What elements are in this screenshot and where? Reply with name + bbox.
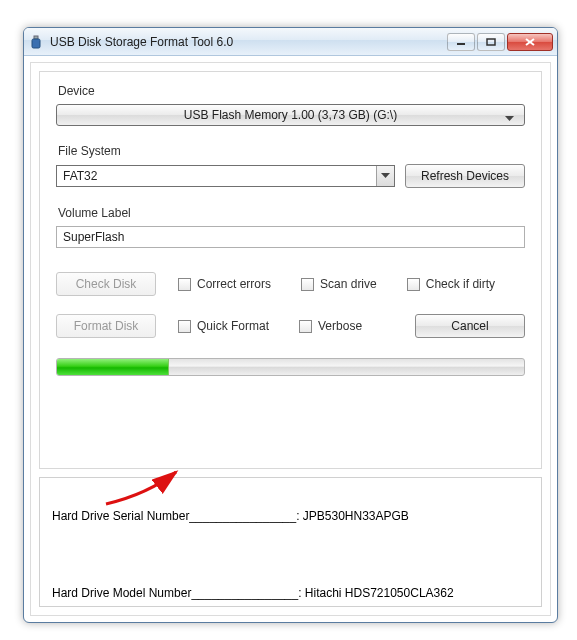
app-window: USB Disk Storage Format Tool 6.0 Device … [23,27,558,623]
check-disk-button: Check Disk [56,272,156,296]
check-if-dirty-label: Check if dirty [426,277,495,291]
log-line: Hard Drive Model Number________________:… [52,584,529,603]
window-controls [447,33,553,51]
cancel-button[interactable]: Cancel [415,314,525,338]
quick-format-checkbox[interactable] [178,320,191,333]
window-title: USB Disk Storage Format Tool 6.0 [50,35,447,49]
chevron-down-icon [376,166,394,186]
scan-drive-label: Scan drive [320,277,377,291]
device-label: Device [58,84,525,98]
verbose-label: Verbose [318,319,362,333]
titlebar[interactable]: USB Disk Storage Format Tool 6.0 [24,28,557,56]
minimize-button[interactable] [447,33,475,51]
volume-label-label: Volume Label [58,206,525,220]
progress-bar [56,358,525,376]
refresh-devices-button[interactable]: Refresh Devices [405,164,525,188]
file-system-label: File System [58,144,525,158]
progress-fill [57,359,169,375]
check-if-dirty-checkbox[interactable] [407,278,420,291]
volume-label-input[interactable]: SuperFlash [56,226,525,248]
correct-errors-label: Correct errors [197,277,271,291]
device-selected: USB Flash Memory 1.00 (3,73 GB) (G:\) [184,108,397,122]
svg-marker-6 [505,116,514,121]
quick-format-label: Quick Format [197,319,269,333]
device-dropdown[interactable]: USB Flash Memory 1.00 (3,73 GB) (G:\) [56,104,525,126]
volume-label-value: SuperFlash [63,230,124,244]
svg-rect-3 [487,39,495,45]
log-output[interactable]: Hard Drive Serial Number________________… [39,477,542,607]
maximize-button[interactable] [477,33,505,51]
close-button[interactable] [507,33,553,51]
verbose-checkbox[interactable] [299,320,312,333]
client-area: Device USB Flash Memory 1.00 (3,73 GB) (… [30,62,551,616]
file-system-dropdown[interactable]: FAT32 [56,165,395,187]
usb-drive-icon [28,34,44,50]
scan-drive-checkbox[interactable] [301,278,314,291]
chevron-down-icon [505,111,514,125]
svg-marker-7 [381,173,390,178]
format-disk-button: Format Disk [56,314,156,338]
form-panel: Device USB Flash Memory 1.00 (3,73 GB) (… [39,71,542,469]
svg-rect-1 [32,39,40,48]
correct-errors-checkbox[interactable] [178,278,191,291]
log-line: Hard Drive Serial Number________________… [52,507,529,526]
file-system-selected: FAT32 [63,169,97,183]
